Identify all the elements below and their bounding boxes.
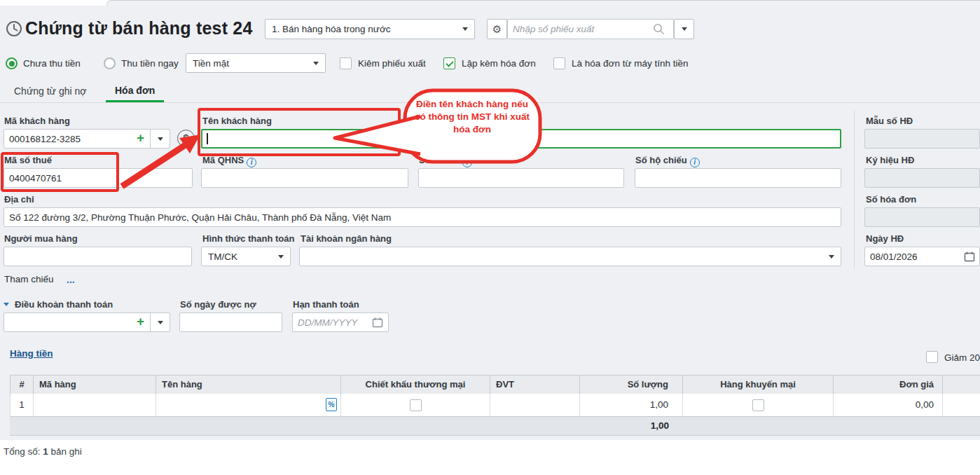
- checkbox-with-invoice[interactable]: [443, 57, 455, 69]
- buyer-label: Người mua hàng: [4, 233, 78, 244]
- chevron-down-icon: [682, 27, 687, 31]
- top-tab-strip: [106, 0, 980, 6]
- info-icon[interactable]: i: [690, 158, 700, 167]
- payment-type-value: Tiền mặt: [193, 58, 229, 69]
- invoice-number-input: [864, 207, 980, 227]
- collapse-icon[interactable]: [4, 303, 9, 306]
- info-icon[interactable]: i: [247, 158, 256, 167]
- reference-more-link[interactable]: ...: [67, 274, 75, 285]
- search-input[interactable]: [507, 19, 674, 39]
- cccd-label: Số CCCDi: [419, 155, 472, 167]
- due-date-label: Hạn thanh toán: [293, 299, 359, 310]
- invoice-template-label: Mẫu số HĐ: [866, 116, 913, 126]
- table-border-bottom: [10, 435, 980, 436]
- row-cell-item-name[interactable]: [156, 394, 341, 417]
- sales-voucher-page: Chứng từ bán hàng test 24 1. Bán hàng hó…: [0, 0, 980, 475]
- checkbox-pos-invoice-label: Là hóa đơn từ máy tính tiền: [572, 58, 689, 69]
- checkbox-warehouse-slip[interactable]: [340, 57, 352, 69]
- col-header-unit-price[interactable]: Đơn giá: [834, 376, 943, 394]
- add-payment-term-button[interactable]: +: [134, 314, 150, 331]
- calendar-icon[interactable]: [964, 251, 975, 262]
- footer-area: [0, 440, 980, 475]
- radio-collect-now-label: Thu tiền ngay: [121, 58, 179, 69]
- payment-terms-label: Điều khoản thanh toán: [15, 299, 113, 310]
- col-header-promo[interactable]: Hàng khuyến mại: [683, 376, 834, 394]
- qhns-label: Mã QHNSi: [202, 155, 256, 167]
- chevron-down-icon: [278, 255, 284, 259]
- radio-collect-now[interactable]: [104, 57, 116, 69]
- row-cell-quantity[interactable]: 1,00: [580, 394, 683, 417]
- bank-account-label: Tài khoản ngân hàng: [301, 233, 392, 244]
- dollar-glyph: $: [183, 132, 188, 144]
- col-header-item-name[interactable]: Tên hàng: [156, 376, 341, 394]
- payment-terms-dropdown[interactable]: [150, 313, 170, 331]
- checkbox-discount[interactable]: [926, 351, 938, 363]
- summary-quantity: 1,00: [580, 417, 683, 435]
- chevron-down-icon: [462, 27, 468, 31]
- col-header-index[interactable]: #: [10, 376, 34, 394]
- tax-code-input[interactable]: [4, 168, 193, 188]
- row-checkbox-promo[interactable]: [752, 399, 764, 411]
- col-header-unit[interactable]: ĐVT: [490, 376, 580, 394]
- chevron-down-icon: [829, 255, 834, 259]
- history-icon[interactable]: [5, 20, 23, 38]
- checkbox-warehouse-slip-label: Kiêm phiếu xuất: [358, 58, 426, 69]
- customer-code-combo[interactable]: 000168122-3285 +: [4, 129, 170, 149]
- col-header-item-code[interactable]: Mã hàng: [34, 376, 156, 394]
- row-cell-item-code[interactable]: [34, 394, 156, 417]
- passport-input[interactable]: [635, 168, 841, 188]
- radio-not-collected-label: Chưa thu tiền: [23, 58, 81, 69]
- add-customer-button[interactable]: +: [134, 130, 150, 147]
- text-cursor: [207, 133, 208, 144]
- items-section-link[interactable]: Hàng tiền: [10, 348, 53, 359]
- tab-invoice[interactable]: Hóa đơn: [106, 81, 164, 102]
- invoice-symbol-label: Ký hiệu HĐ: [866, 155, 914, 165]
- row-cell-unit[interactable]: [490, 394, 580, 417]
- address-label: Địa chỉ: [4, 194, 34, 205]
- invoice-date-label: Ngày HĐ: [866, 233, 904, 244]
- col-header-extra: [943, 376, 980, 394]
- customer-code-value: 000168122-3285: [4, 134, 134, 144]
- checkbox-pos-invoice[interactable]: [553, 57, 565, 69]
- customer-code-label: Mã khách hàng: [4, 116, 70, 126]
- invoice-symbol-input: [864, 168, 980, 188]
- tax-code-label: Mã số thuế: [4, 155, 52, 165]
- row-cell-extra: [943, 394, 980, 417]
- payment-method-select[interactable]: TM/CK: [201, 247, 291, 266]
- debt-days-label: Số ngày được nợ: [180, 299, 256, 310]
- row-checkbox-trade-discount[interactable]: [410, 399, 422, 411]
- col-header-quantity[interactable]: Số lượng: [580, 376, 683, 394]
- address-input[interactable]: [4, 207, 841, 227]
- checkbox-with-invoice-label: Lập kèm hóa đơn: [462, 58, 536, 69]
- radio-not-collected[interactable]: [6, 57, 18, 69]
- payment-terms-combo[interactable]: +: [4, 312, 170, 332]
- chevron-down-icon: [158, 137, 163, 141]
- settings-button[interactable]: ⚙: [487, 19, 507, 39]
- tab-debit-voucher[interactable]: Chứng từ ghi nợ: [14, 85, 86, 97]
- info-icon[interactable]: i: [462, 158, 472, 167]
- invoice-date-input[interactable]: [864, 247, 980, 266]
- passport-label: Số hộ chiếui: [635, 155, 700, 167]
- calendar-icon[interactable]: [372, 317, 383, 328]
- row-cell-unit-price[interactable]: 0,00: [834, 394, 943, 417]
- gear-icon: ⚙: [492, 23, 502, 36]
- payment-method-label: Hình thức thanh toán: [202, 233, 294, 244]
- currency-icon[interactable]: $: [177, 130, 195, 147]
- doc-type-select[interactable]: 1. Bán hàng hóa trong nước: [265, 19, 475, 39]
- search-dropdown-button[interactable]: [674, 19, 694, 39]
- chevron-down-icon: [158, 321, 163, 324]
- col-header-trade-discount[interactable]: Chiết khấu thương mại: [341, 376, 490, 394]
- customer-name-label: Tên khách hàng: [202, 116, 272, 126]
- panel-divider: [854, 111, 855, 269]
- reference-label: Tham chiếu: [4, 274, 54, 284]
- debt-days-input[interactable]: [179, 312, 282, 332]
- cccd-input[interactable]: [418, 168, 624, 188]
- annotation-text: Điền tên khách hàng nếu có thông tin MST…: [410, 98, 534, 136]
- payment-type-select[interactable]: Tiền mặt: [186, 53, 326, 73]
- customer-code-dropdown[interactable]: [150, 130, 170, 148]
- search-icon[interactable]: [653, 23, 665, 35]
- buyer-input[interactable]: [4, 247, 192, 266]
- qhns-input[interactable]: [201, 168, 408, 188]
- select-item-percent-icon[interactable]: %: [326, 398, 337, 411]
- bank-account-select[interactable]: [299, 247, 841, 266]
